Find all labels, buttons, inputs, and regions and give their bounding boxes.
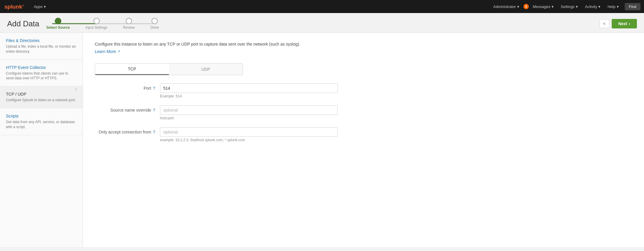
wizard-step-review[interactable]: Review — [123, 18, 134, 30]
sidebar-item-tcp-udp[interactable]: › TCP / UDP Configure Splunk to listen o… — [0, 86, 83, 108]
help-chevron-icon: ▾ — [617, 4, 619, 9]
page-title: Add Data — [7, 19, 39, 28]
port-label: Port ? — [95, 83, 160, 91]
settings-menu[interactable]: Settings ▾ — [558, 3, 581, 10]
wizard-step-select-source[interactable]: Select Source — [46, 18, 70, 30]
source-name-override-label: Source name override ? — [95, 105, 160, 112]
sidebar-item-scripts[interactable]: Scripts Get data from any API, service, … — [0, 108, 83, 135]
administrator-menu[interactable]: Administrator ▾ — [490, 3, 522, 10]
right-panel: Configure this instance to listen on any… — [83, 33, 644, 247]
sidebar-item-files-directories[interactable]: Files & Directories Upload a file, index… — [0, 33, 83, 60]
sidebar-item-scripts-desc: Get data from any API, service, or datab… — [6, 120, 77, 130]
only-accept-connection-label: Only accept connection from ? — [95, 127, 160, 134]
main-content: Files & Directories Upload a file, index… — [0, 33, 644, 247]
sidebar-item-http-title: HTTP Event Collector — [6, 65, 77, 70]
wizard-steps: Select Source Input Settings Review Done — [46, 18, 159, 30]
sidebar-item-tcp-arrow-icon: › — [75, 86, 77, 92]
help-label: Help — [608, 4, 616, 9]
administrator-label: Administrator — [493, 4, 516, 9]
splunk-logo[interactable]: splunk > — [4, 2, 27, 11]
find-button[interactable]: Find — [625, 3, 640, 10]
wizard-dot-select-source — [55, 18, 61, 24]
sidebar-item-http-event-collector[interactable]: HTTP Event Collector Configure tokens th… — [0, 60, 83, 87]
port-input[interactable] — [160, 83, 338, 93]
wizard-dot-input-settings — [93, 18, 100, 24]
only-accept-connection-input[interactable] — [160, 127, 338, 137]
wizard-bar: Select Source Input Settings Review Done — [46, 18, 592, 30]
page-header: Add Data Select Source Input Settings Re… — [0, 13, 644, 33]
only-accept-help-icon[interactable]: ? — [153, 130, 155, 134]
apps-label: Apps — [34, 4, 43, 9]
wizard-nav: < Next › — [599, 19, 637, 28]
help-menu[interactable]: Help ▾ — [605, 3, 622, 10]
sidebar-item-files-desc: Upload a file, index a local file, or mo… — [6, 44, 77, 54]
port-field-group: Example: 514 — [160, 83, 338, 98]
svg-text:>: > — [22, 4, 24, 8]
messages-menu[interactable]: Messages ▾ — [530, 3, 557, 10]
only-accept-connection-row: Only accept connection from ? example: 1… — [95, 127, 632, 142]
learn-more-label: Learn More — [95, 49, 116, 54]
panel-description: Configure this instance to listen on any… — [95, 41, 632, 47]
udp-button[interactable]: UDP — [169, 64, 243, 75]
source-name-help-icon[interactable]: ? — [153, 108, 155, 112]
sidebar-item-tcp-title: TCP / UDP — [6, 92, 77, 96]
learn-more-link[interactable]: Learn More ↗ — [95, 49, 120, 54]
next-label: Next — [618, 21, 627, 26]
activity-chevron-icon: ▾ — [598, 4, 600, 9]
next-arrow-icon: › — [629, 21, 630, 26]
external-link-icon: ↗ — [117, 49, 120, 54]
sidebar-item-files-title: Files & Directories — [6, 38, 77, 43]
administrator-chevron-icon: ▾ — [517, 4, 519, 9]
messages-chevron-icon: ▾ — [552, 4, 554, 9]
only-accept-hint: example: 10.1.2.3, !badhost.splunk.com, … — [160, 138, 338, 142]
messages-label: Messages — [533, 4, 550, 9]
apps-menu[interactable]: Apps ▾ — [31, 3, 49, 10]
port-hint: Example: 514 — [160, 94, 338, 98]
settings-label: Settings — [561, 4, 575, 9]
source-name-override-row: Source name override ? host:port — [95, 105, 632, 120]
activity-menu[interactable]: Activity ▾ — [582, 3, 603, 10]
wizard-dot-done — [151, 18, 158, 24]
wizard-label-review: Review — [123, 25, 134, 30]
sidebar-item-http-desc: Configure tokens that clients can use to… — [6, 71, 77, 81]
wizard-step-input-settings[interactable]: Input Settings — [86, 18, 107, 30]
wizard-step-done[interactable]: Done — [150, 18, 159, 30]
svg-text:splunk: splunk — [4, 4, 23, 10]
tcp-button[interactable]: TCP — [95, 64, 169, 75]
wizard-track: Select Source Input Settings Review Done — [46, 18, 159, 30]
sidebar: Files & Directories Upload a file, index… — [0, 33, 83, 247]
settings-chevron-icon: ▾ — [576, 4, 578, 9]
messages-badge: 3 — [523, 4, 529, 9]
protocol-toggle: TCP UDP — [95, 63, 243, 75]
wizard-label-select-source: Select Source — [46, 25, 70, 30]
back-button[interactable]: < — [599, 19, 609, 28]
topnav: splunk > Apps ▾ Administrator ▾ 3 Messag… — [0, 0, 644, 13]
port-row: Port ? Example: 514 — [95, 83, 632, 98]
source-name-hint: host:port — [160, 116, 338, 120]
next-button[interactable]: Next › — [612, 19, 637, 28]
source-name-override-field-group: host:port — [160, 105, 338, 120]
wizard-label-done: Done — [150, 25, 159, 30]
wizard-label-input-settings: Input Settings — [86, 25, 107, 30]
only-accept-connection-field-group: example: 10.1.2.3, !badhost.splunk.com, … — [160, 127, 338, 142]
source-name-override-input[interactable] — [160, 105, 338, 115]
apps-chevron-icon: ▾ — [44, 4, 46, 9]
wizard-dot-review — [126, 18, 132, 24]
port-help-icon[interactable]: ? — [153, 86, 155, 91]
sidebar-item-scripts-title: Scripts — [6, 114, 77, 118]
sidebar-item-tcp-desc: Configure Splunk to listen on a network … — [6, 98, 77, 103]
activity-label: Activity — [585, 4, 597, 9]
